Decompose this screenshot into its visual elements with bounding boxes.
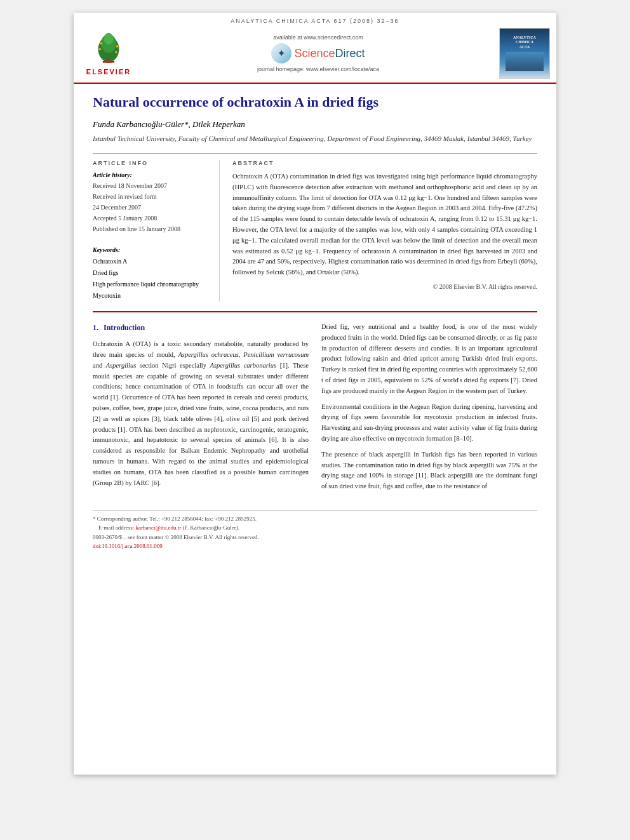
introduction-heading: 1.Introduction [93,322,309,334]
email-link[interactable]: karbanci@itu.edu.tr [135,524,181,531]
email-label: E-mail address: [98,524,134,531]
sd-text: ScienceDirect [294,47,365,60]
abstract-section: ABSTRACT Ochratoxin A (OTA) contaminatio… [232,160,537,302]
svg-point-9 [115,51,117,53]
article-info-panel: ARTICLE INFO Article history: Received 1… [93,160,220,302]
sd-icon: ✦ [271,43,292,63]
footnote-section: * Corresponding author. Tel.: +90 212 28… [93,510,537,551]
cover-title: ANALYTICACHIMICAACTA [513,36,536,50]
page: ANALYTICA CHIMICA ACTA 617 (2008) 32–36 [74,13,556,775]
available-text: available at www.sciencedirect.com [144,34,493,41]
keyword-3: High performance liquid chromatography [93,279,210,290]
elsevier-logo: ELSEVIER [80,32,137,76]
accepted-date: Accepted 5 January 2008 [93,213,210,223]
received-revised-label: Received in revised form [93,192,210,201]
published-date: Published on line 15 January 2008 [93,224,210,234]
doi-link[interactable]: doi:10.1016/j.aca.2008.01.009 [93,543,163,549]
journal-cover-image: ANALYTICACHIMICAACTA [499,28,550,79]
copyright: © 2008 Elsevier B.V. All rights reserved… [232,283,537,290]
article-title: Natural occurrence of ochratoxin A in dr… [93,93,537,112]
footnote-corresponding: * Corresponding author. Tel.: +90 212 28… [93,516,257,522]
article-info-title: ARTICLE INFO [93,160,210,166]
body-two-col: 1.Introduction Ochratoxin A (OTA) is a t… [93,322,537,497]
keywords-list: Ochratoxin A Dried figs High performance… [93,256,210,302]
svg-point-6 [98,48,101,50]
journal-top-bar: ANALYTICA CHIMICA ACTA 617 (2008) 32–36 [74,18,556,24]
abstract-title: ABSTRACT [232,160,537,166]
keyword-1: Ochratoxin A [93,256,210,267]
header-content: ELSEVIER available at www.sciencedirect.… [74,28,556,83]
body-col-left: 1.Introduction Ochratoxin A (OTA) is a t… [93,322,309,497]
intro-paragraph-1: Ochratoxin A (OTA) is a toxic secondary … [93,339,309,488]
email-name: (F. Karbancıoğlu-Güler). [183,524,240,531]
received-date: Received 18 November 2007 [93,181,210,190]
svg-point-4 [104,32,114,44]
keyword-4: Mycotoxin [93,290,210,302]
section-number: 1. [93,323,98,332]
svg-point-7 [116,45,119,48]
journal-homepage: journal homepage: www.elsevier.com/locat… [144,66,493,72]
elsevier-tree-icon [86,32,131,67]
author-names: Funda Karbancıoğlu-Güler*, Dilek Heperka… [93,119,245,129]
journal-header: ANALYTICA CHIMICA ACTA 617 (2008) 32–36 [74,13,556,84]
intro-paragraph-3: Environmental conditions in the Aegean R… [321,402,537,444]
doi-note: doi:10.1016/j.aca.2008.01.009 [93,542,537,550]
keywords-label: Keywords: [93,246,210,253]
article-content: Natural occurrence of ochratoxin A in dr… [74,84,556,564]
abstract-text: Ochratoxin A (OTA) contamination in drie… [232,171,537,278]
affiliation: Istanbul Technical University, Faculty o… [93,133,537,144]
keyword-2: Dried figs [93,267,210,279]
svg-point-8 [100,42,102,44]
body-col-right: Dried fig, very nutritional and a health… [321,322,537,497]
intro-paragraph-2: Dried fig, very nutritional and a health… [321,322,537,397]
authors: Funda Karbancıoğlu-Güler*, Dilek Heperka… [93,119,537,130]
article-info-abstract: ARTICLE INFO Article history: Received 1… [93,153,537,302]
received-revised-date: 24 December 2007 [93,203,210,212]
section-title-text: Introduction [104,323,145,332]
header-center: available at www.sciencedirect.com ✦ Sci… [137,34,499,72]
section-divider [93,311,537,312]
affiliation-text: Istanbul Technical University, Faculty o… [93,135,532,142]
issn-note: 0003-2670/$ – see front matter © 2008 El… [93,533,537,542]
intro-paragraph-4: The presence of black aspergilli in Turk… [321,450,537,492]
history-label: Article history: [93,171,210,178]
email-note: E-mail address: karbanci@itu.edu.tr (F. … [93,523,537,532]
corresponding-author-note: * Corresponding author. Tel.: +90 212 28… [93,514,537,523]
sciencedirect-logo: ✦ ScienceDirect [144,43,493,63]
elsevier-brand-text: ELSEVIER [86,68,131,76]
